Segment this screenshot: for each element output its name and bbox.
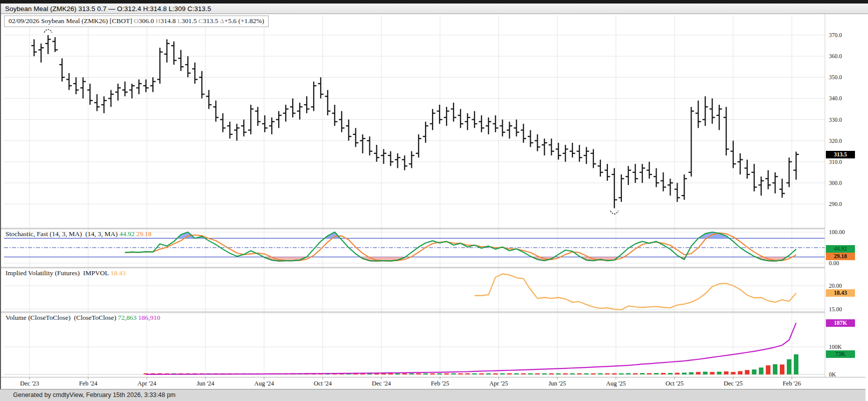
price-legend-part-8: 313.5	[203, 17, 220, 25]
price-legend-part-1: O	[134, 17, 139, 25]
window-left-border	[0, 4, 1, 401]
stoch-label-part-1: 44.92	[119, 230, 134, 238]
vol-label-part-3: 186,910	[138, 314, 160, 321]
time-axis[interactable]	[4, 377, 825, 389]
stoch-k-badge: 44.92	[826, 245, 855, 253]
iv-label-part-1: 18.43	[110, 269, 125, 277]
window-title[interactable]: Soybean Meal (ZMK26) 313.5 0.7 — O:312.4…	[0, 4, 868, 14]
price-legend-part-2: 306.0	[139, 17, 156, 25]
implied-volatility-label: Implied Volatility (Futures) IMPVOL 18.4…	[6, 269, 126, 277]
iv-label-part-0: Implied Volatility (Futures) IMPVOL	[6, 269, 110, 277]
stoch-d-badge: 29.18	[826, 253, 855, 260]
price-legend-part-4: 314.8	[160, 17, 177, 25]
price-legend: 02/09/2026 Soybean Meal (ZMK26) [CBOT] O…	[4, 16, 269, 27]
price-legend-part-7: C	[198, 17, 203, 25]
vol-label-part-1: 72,863	[118, 314, 136, 321]
implied-volatility-panel[interactable]	[4, 269, 825, 312]
impvol-badge: 18.43	[826, 289, 855, 297]
price-last-badge: 313.5	[826, 151, 855, 158]
price-panel[interactable]	[4, 15, 825, 228]
window-top-strip	[0, 0, 868, 4]
stoch-label-part-0: Stochastic, Fast (14, 3, MA) (14, 3, MA)	[6, 230, 119, 238]
status-bar: Generated by cmdtyView, February 15th 20…	[0, 389, 865, 401]
price-legend-part-9: Δ	[220, 17, 225, 25]
volume-line-badge: 187K	[826, 319, 855, 327]
price-legend-part-6: 301.5	[181, 17, 198, 25]
cmdtyview-chart-window: Soybean Meal (ZMK26) 313.5 0.7 — O:312.4…	[0, 0, 868, 401]
price-legend-part-10: +5.6 (+1.82%)	[225, 17, 264, 25]
vol-label-part-0: Volume (CloseToClose) (CloseToClose)	[6, 314, 118, 321]
stochastic-label: Stochastic, Fast (14, 3, MA) (14, 3, MA)…	[6, 230, 151, 238]
volume-panel[interactable]	[4, 313, 825, 377]
price-legend-part-3: H	[156, 17, 161, 25]
stoch-label-part-3: 29.18	[136, 230, 151, 238]
volume-bar-badge: 73K	[826, 350, 855, 358]
volume-label: Volume (CloseToClose) (CloseToClose) 72,…	[6, 314, 160, 322]
price-legend-part-0: 02/09/2026 Soybean Meal (ZMK26) [CBOT]	[9, 17, 134, 25]
